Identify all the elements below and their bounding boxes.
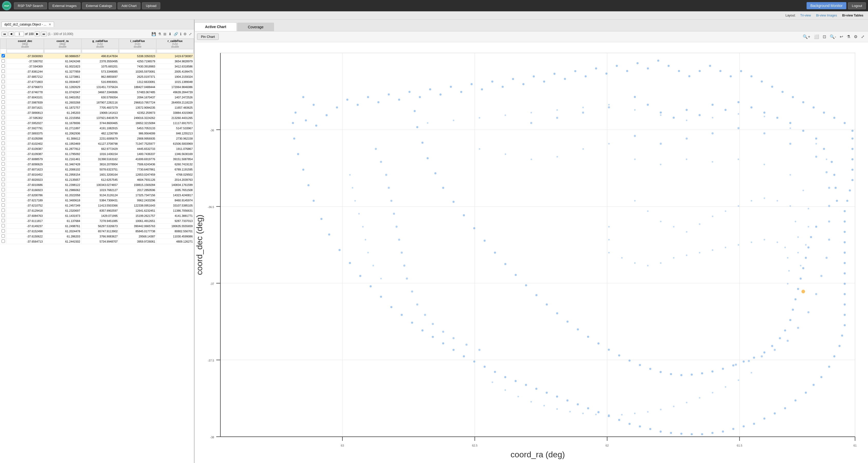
row-checkbox[interactable] [2,111,5,114]
upload-button[interactable]: Upload [142,2,160,9]
row-checkbox[interactable] [2,106,5,109]
row-checkbox[interactable] [2,157,5,161]
table-row[interactable]: -37.6166923 61.2986062 1019.7682127 2017… [0,187,194,193]
r-calib-flux-header[interactable]: r_calibFlux(nJy)double [156,39,194,49]
row-checkbox[interactable] [2,152,5,155]
table-row[interactable]: -37.5927791 61.2711897 4191.1082915 5453… [0,126,194,131]
external-catalogs-button[interactable]: External Catalogs [82,2,116,9]
row-checkbox[interactable] [2,80,5,83]
layout-triview[interactable]: Tri-view [799,13,813,18]
row-checkbox[interactable] [2,85,5,88]
row-checkbox[interactable] [2,64,5,68]
table-row[interactable]: -37.6043101 61.0401052 630.5799354 2094.… [0,95,194,100]
coord-ra-filter[interactable] [44,49,81,53]
row-checkbox[interactable] [2,224,5,227]
next-page-button[interactable]: ▶ [35,31,40,36]
table-row[interactable]: -37.6796873 61.1282629 131451.7375624 18… [0,84,194,90]
table-row[interactable]: -37.594369 61.0021823 1075.665201 7430.3… [0,64,194,69]
row-checkbox[interactable] [2,95,5,98]
table-row[interactable]: -37.6200786 61.2022058 9134.3126124 1732… [0,193,194,198]
save-icon[interactable]: 💾 [151,31,156,36]
row-checkbox[interactable] [2,214,5,217]
external-images-button[interactable]: External Images [49,2,81,9]
coord-dec-header[interactable]: coord_dec(deg)double [6,39,44,49]
table-tab-close[interactable]: ✕ [49,23,51,26]
table-row[interactable]: -37.6071623 61.2006102 5078.6323751 7730… [0,167,194,172]
table-row[interactable]: -37.6210752 61.2457249 11413.5503366 122… [0,203,194,208]
row-checkbox[interactable] [2,90,5,93]
add-chart-button[interactable]: Add Chart [118,2,141,9]
row-checkbox[interactable] [2,116,5,119]
row-checkbox[interactable] [2,137,5,140]
zoom-fit-icon[interactable]: ⊡ [822,34,827,40]
table-row[interactable]: -37.6090629 61.3467428 3816.2078904 7506… [0,162,194,167]
table-row[interactable]: -37.6084763 61.1431973 1429.071995 15199… [0,213,194,219]
chart-expand-icon[interactable]: ⤢ [860,34,865,40]
expand-icon[interactable]: ⤢ [188,31,192,36]
row-checkbox[interactable] [2,239,5,243]
table-row[interactable]: -37.6105098 61.306612 2231.6095679 2908.… [0,136,194,141]
table-row[interactable]: -37.6152498 61.2024478 65747.9113902 858… [0,229,194,234]
data-table[interactable]: coord_dec(deg)double coord_ra(deg)double… [0,39,194,463]
g-calib-flux-header[interactable]: g_calibFlux(nJy)double [81,39,119,49]
table-row[interactable]: -37.5890813 61.245203 19069.141413 42352… [0,110,194,115]
row-checkbox[interactable] [2,121,5,124]
i-flux-filter[interactable] [119,49,156,53]
table-row[interactable]: -37.5930093 60.9886057 498.8147834 5338.… [0,54,194,59]
filter-icon[interactable]: ⚗ [157,31,162,36]
i-calib-flux-header[interactable]: i_calibFlux(nJy)double [119,39,156,49]
row-checkbox[interactable] [2,188,5,191]
table-row[interactable]: -37.5952027 61.1678006 3744.8600465 1865… [0,120,194,126]
row-checkbox[interactable] [2,198,5,202]
g-flux-filter[interactable] [82,49,119,53]
table-row[interactable]: -37.6102402 61.1953469 41127.3708798 713… [0,141,194,146]
rsp-tap-search-button[interactable]: RSP TAP Search [14,2,47,9]
table-row[interactable]: -37.595302 61.2215956 137921.8403579 249… [0,115,194,120]
zoom-in-icon[interactable]: 🔍+ [802,34,811,40]
download-icon[interactable]: ⬇ [168,31,172,36]
link-icon[interactable]: 🔗 [173,31,179,36]
row-checkbox[interactable] [2,209,5,212]
table-row[interactable]: -37.8381244 61.3277859 573.3348085 10265… [0,69,194,74]
table-row[interactable]: -37.6746778 61.0742047 34667.3340686 574… [0,90,194,95]
row-checkbox[interactable] [2,203,5,207]
row-checkbox[interactable] [2,219,5,222]
background-monitor-button[interactable]: Background Monitor [807,2,846,9]
table-row[interactable]: -37.6088579 61.2161461 31398.5163162 416… [0,156,194,162]
table-row[interactable]: -37.6109387 61.2877812 662.9772429 4445.… [0,146,194,151]
row-checkbox[interactable] [2,173,5,176]
row-checkbox[interactable] [2,75,5,78]
row-checkbox[interactable] [2,69,5,73]
row-checkbox[interactable] [2,126,5,129]
logout-button[interactable]: Logout [848,2,866,9]
row-checkbox[interactable] [2,147,5,150]
table-row[interactable]: -37.6016452 61.2958154 1601.3208164 1265… [0,172,194,177]
row-checkbox[interactable] [2,59,5,63]
settings-icon[interactable]: ⚙ [183,31,187,36]
table-row[interactable]: -37.6010686 61.2398122 100343.0274657 15… [0,182,194,187]
last-page-button[interactable]: ⏭ [41,32,47,36]
table-row[interactable]: -37.6217189 61.3400618 5384.7308431 9962… [0,198,194,203]
zoom-select-icon[interactable]: ⬜ [813,34,820,40]
table-row[interactable]: -37.6149237 61.2498761 56297.5326673 390… [0,224,194,229]
prev-page-button[interactable]: ◀ [8,31,13,36]
row-checkbox[interactable] [2,100,5,104]
layout-biview-images[interactable]: Bi-view Images [814,13,838,18]
chart-settings-icon[interactable]: ⚙ [853,34,859,40]
row-checkbox[interactable] [2,178,5,181]
table-row[interactable]: -37.6150622 61.286203 3766.9083627 29568… [0,234,194,239]
table-row[interactable]: -37.6109387 61.1795092 1016.1436154 1400… [0,151,194,156]
table-row[interactable]: -37.590702 61.0424248 2378.3550495 4250.… [0,59,194,64]
pin-chart-button[interactable]: Pin Chart [197,33,219,40]
table-row[interactable]: -37.6771803 61.0934407 516.8993001 1312.… [0,79,194,84]
table-row[interactable]: -37.6020023 61.2135657 612.6257545 4604.… [0,177,194,182]
row-checkbox[interactable] [2,162,5,166]
r-flux-filter[interactable] [157,49,193,53]
info-icon[interactable]: ℹ [180,31,182,36]
zoom-out-icon[interactable]: 🔍- [829,34,837,40]
row-checkbox[interactable] [2,234,5,238]
table-row[interactable]: -37.6857212 61.1273861 862.8855697 2625.… [0,74,194,79]
coverage-tab[interactable]: Coverage [237,23,274,31]
row-checkbox[interactable] [2,183,5,186]
filter-chart-icon[interactable]: ⚗ [846,34,851,40]
